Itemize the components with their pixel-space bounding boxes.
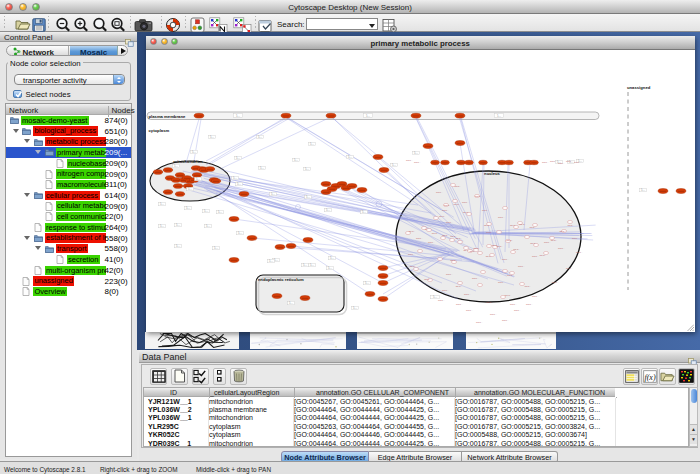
svg-text:aa-b..: aa-b.. bbox=[454, 185, 461, 188]
svg-text:5-..: 5-.. bbox=[330, 256, 334, 260]
svg-text:aa-b..: aa-b.. bbox=[462, 201, 469, 204]
svg-text:aa-b..: aa-b.. bbox=[498, 216, 505, 219]
svg-text:5-..: 5-.. bbox=[310, 142, 314, 146]
svg-text:5-..: 5-.. bbox=[269, 259, 273, 263]
svg-text:5-..: 5-.. bbox=[160, 202, 164, 206]
svg-text:5-..: 5-.. bbox=[233, 176, 237, 180]
svg-text:aa-b..: aa-b.. bbox=[510, 303, 517, 306]
svg-text:aa-b..: aa-b.. bbox=[513, 248, 520, 251]
svg-text:aa-b..: aa-b.. bbox=[446, 221, 453, 224]
svg-text:aa-b..: aa-b.. bbox=[519, 223, 526, 226]
svg-text:5-..: 5-.. bbox=[192, 150, 196, 154]
svg-text:aa-b..: aa-b.. bbox=[574, 161, 581, 164]
svg-text:aa-b..: aa-b.. bbox=[532, 295, 539, 298]
svg-text:aa-b..: aa-b.. bbox=[540, 254, 547, 257]
svg-text:5-..: 5-.. bbox=[271, 192, 275, 196]
svg-text:aa-b..: aa-b.. bbox=[544, 241, 551, 244]
svg-text:5-..: 5-.. bbox=[305, 167, 309, 171]
svg-text:5-..: 5-.. bbox=[237, 182, 241, 186]
svg-text:5-..: 5-.. bbox=[414, 151, 418, 155]
svg-text:aa-b..: aa-b.. bbox=[505, 294, 512, 297]
svg-text:5-..: 5-.. bbox=[366, 114, 370, 118]
svg-text:aa-b..: aa-b.. bbox=[510, 224, 517, 227]
svg-text:5-..: 5-.. bbox=[188, 187, 192, 191]
svg-text:5-..: 5-.. bbox=[186, 206, 190, 210]
svg-text:5-..: 5-.. bbox=[204, 209, 208, 213]
svg-text:aa-b..: aa-b.. bbox=[442, 209, 449, 212]
svg-text:5-..: 5-.. bbox=[289, 301, 293, 305]
svg-text:5-..: 5-.. bbox=[310, 263, 314, 267]
svg-text:aa-b..: aa-b.. bbox=[542, 161, 549, 164]
svg-text:aa-b..: aa-b.. bbox=[502, 319, 509, 322]
svg-text:aa-b..: aa-b.. bbox=[552, 281, 559, 284]
svg-text:aa-b..: aa-b.. bbox=[502, 258, 509, 261]
svg-text:5-..: 5-.. bbox=[294, 158, 298, 162]
svg-text:5-..: 5-.. bbox=[214, 246, 218, 250]
svg-text:mitochondrion: mitochondrion bbox=[173, 159, 203, 164]
svg-text:nucleus: nucleus bbox=[484, 171, 500, 176]
svg-text:aa-b..: aa-b.. bbox=[466, 309, 473, 312]
svg-text:cytoplasm: cytoplasm bbox=[148, 128, 169, 133]
svg-text:aa-b..: aa-b.. bbox=[482, 209, 489, 212]
svg-text:5-..: 5-.. bbox=[365, 281, 369, 285]
svg-text:aa-b..: aa-b.. bbox=[529, 226, 536, 229]
svg-text:aa-b..: aa-b.. bbox=[442, 289, 449, 292]
svg-text:aa-b..: aa-b.. bbox=[558, 247, 565, 250]
svg-text:5-..: 5-.. bbox=[362, 210, 366, 214]
svg-text:aa-b..: aa-b.. bbox=[410, 265, 417, 268]
svg-text:aa-b..: aa-b.. bbox=[444, 204, 451, 207]
svg-text:aa-b..: aa-b.. bbox=[550, 160, 557, 163]
svg-text:f(x): f(x) bbox=[644, 372, 655, 381]
svg-text:aa-b..: aa-b.. bbox=[475, 195, 482, 198]
svg-text:5-..: 5-.. bbox=[433, 295, 437, 299]
svg-text:5-..: 5-.. bbox=[160, 224, 164, 228]
svg-text:aa-b..: aa-b.. bbox=[450, 259, 457, 262]
svg-text:5-..: 5-.. bbox=[238, 231, 242, 235]
svg-text:aa-b..: aa-b.. bbox=[472, 277, 479, 280]
svg-text:aa-b..: aa-b.. bbox=[455, 237, 462, 240]
svg-text:5-..: 5-.. bbox=[260, 166, 264, 170]
svg-text:5-..: 5-.. bbox=[641, 188, 645, 192]
svg-text:aa-b..: aa-b.. bbox=[524, 285, 531, 288]
svg-text:aa-b..: aa-b.. bbox=[486, 231, 493, 234]
svg-text:aa-b..: aa-b.. bbox=[532, 255, 539, 258]
svg-text:aa-b..: aa-b.. bbox=[572, 237, 579, 240]
svg-text:aa-b..: aa-b.. bbox=[446, 273, 453, 276]
svg-text:5-..: 5-.. bbox=[303, 263, 307, 267]
svg-text:5-..: 5-.. bbox=[328, 266, 332, 270]
svg-text:5-..: 5-.. bbox=[176, 244, 180, 248]
svg-text:aa-b..: aa-b.. bbox=[436, 191, 443, 194]
svg-text:5-..: 5-.. bbox=[196, 177, 200, 181]
svg-text:5-..: 5-.. bbox=[236, 114, 240, 118]
svg-text:aa-b..: aa-b.. bbox=[456, 303, 463, 306]
svg-text:aa-b..: aa-b.. bbox=[424, 278, 431, 281]
svg-text:aa-b..: aa-b.. bbox=[498, 281, 505, 284]
svg-text:aa-b..: aa-b.. bbox=[567, 224, 574, 227]
svg-text:aa-b..: aa-b.. bbox=[559, 230, 566, 233]
svg-text:5-..: 5-.. bbox=[210, 135, 214, 139]
svg-text:5-..: 5-.. bbox=[218, 210, 222, 214]
svg-text:aa-b..: aa-b.. bbox=[558, 162, 565, 165]
svg-text:aa-b..: aa-b.. bbox=[486, 255, 493, 258]
svg-text:aa-b..: aa-b.. bbox=[442, 234, 449, 237]
svg-text:aa-b..: aa-b.. bbox=[484, 224, 491, 227]
svg-text:aa-b..: aa-b.. bbox=[566, 267, 573, 270]
svg-text:aa-b..: aa-b.. bbox=[408, 253, 415, 256]
svg-text:aa-b..: aa-b.. bbox=[438, 299, 445, 302]
svg-text:aa-b..: aa-b.. bbox=[463, 211, 470, 214]
svg-text:5-..: 5-.. bbox=[326, 208, 330, 212]
svg-text:5-..: 5-.. bbox=[392, 163, 396, 167]
svg-text:aa-b..: aa-b.. bbox=[476, 321, 483, 324]
svg-text:aa-b..: aa-b.. bbox=[474, 247, 481, 250]
svg-text:aa-b..: aa-b.. bbox=[507, 239, 514, 242]
svg-text:aa-b..: aa-b.. bbox=[464, 293, 471, 296]
svg-text:5-..: 5-.. bbox=[258, 135, 262, 139]
svg-text:aa-b..: aa-b.. bbox=[406, 159, 413, 162]
svg-text:unassigned: unassigned bbox=[627, 85, 651, 90]
svg-text:plasma membrane: plasma membrane bbox=[148, 114, 185, 119]
svg-text:aa-b..: aa-b.. bbox=[454, 203, 461, 206]
svg-text:aa-b..: aa-b.. bbox=[576, 251, 583, 254]
svg-text:5-..: 5-.. bbox=[306, 195, 310, 199]
svg-text:5-..: 5-.. bbox=[497, 114, 501, 118]
svg-text:5-..: 5-.. bbox=[176, 223, 180, 227]
